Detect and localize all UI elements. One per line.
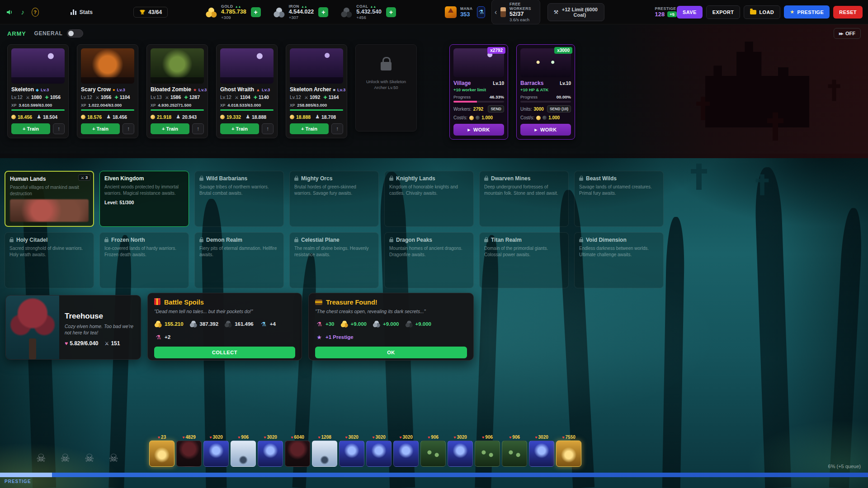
send-units-button[interactable]: SEND (10) bbox=[547, 105, 571, 113]
upgrade-button[interactable]: ↑ bbox=[53, 123, 65, 134]
prestige-display: PRESTIGE 128 +5 bbox=[655, 6, 677, 18]
land-tile[interactable]: Void Dimension Endless darkness between … bbox=[574, 232, 664, 288]
achievements-counter[interactable]: 43/64 bbox=[133, 7, 168, 18]
land-name: Celestial Plane bbox=[301, 237, 340, 243]
land-tile[interactable]: Demon Realm Fiery pits of eternal damnat… bbox=[194, 232, 284, 288]
help-icon[interactable]: ? bbox=[32, 8, 39, 17]
auto-buy-arrows-icon: ▲▲ bbox=[370, 5, 376, 8]
battle-entity[interactable]: ♥ 906 bbox=[475, 434, 500, 467]
fast-forward-icon: ▶▶ bbox=[839, 32, 843, 36]
buy-resource-button[interactable]: + bbox=[251, 7, 261, 17]
land-tile[interactable]: Dwarven Mines Deep underground fortresse… bbox=[479, 171, 569, 227]
general-toggle[interactable] bbox=[67, 29, 83, 38]
train-cost-units: ♟20.943 bbox=[176, 114, 197, 120]
battle-entity[interactable]: ♥ 1208 bbox=[312, 434, 337, 467]
lock-icon bbox=[199, 239, 203, 242]
battle-entity[interactable]: ♥ 3020 bbox=[258, 434, 283, 467]
sound-icon[interactable] bbox=[5, 7, 14, 18]
music-icon[interactable]: ♪ bbox=[19, 7, 27, 18]
unit-rank-icon: ● bbox=[113, 88, 115, 92]
battle-entity[interactable]: ♥ 6040 bbox=[285, 434, 310, 467]
land-name: Demon Realm bbox=[206, 237, 242, 243]
prestige-progress-bar[interactable] bbox=[0, 473, 868, 477]
workers-rate: 3.6/s each bbox=[509, 17, 534, 22]
save-button[interactable]: SAVE bbox=[677, 6, 703, 19]
export-button[interactable]: EXPORT bbox=[706, 5, 741, 19]
battle-entity[interactable]: ♥ 4829 bbox=[176, 434, 202, 467]
land-tile[interactable]: Mighty Orcs Brutal hordes of green-skinn… bbox=[289, 171, 379, 227]
battle-entity[interactable]: ♥ 3020 bbox=[366, 434, 392, 467]
land-tile[interactable]: Dragon Peaks Mountain homes of ancient d… bbox=[384, 232, 474, 288]
mana-display: MANA 353 bbox=[445, 6, 473, 18]
work-button[interactable]: ▶WORK bbox=[453, 124, 504, 136]
resource-value: 4.785.738 bbox=[221, 9, 246, 15]
land-tile-human-lands[interactable]: Human Lands ⚔3 Peaceful villages of mank… bbox=[5, 171, 94, 227]
unit-rank-icon: ★ bbox=[193, 88, 197, 92]
entity-thumbnail bbox=[556, 441, 581, 467]
land-tile[interactable]: Wild Barbarians Savage tribes of norther… bbox=[194, 171, 284, 227]
unit-attack: ⚔1104 bbox=[235, 94, 250, 100]
xp-value: 258.885/63.000 bbox=[297, 103, 327, 108]
battle-entity[interactable]: ♥ 23 bbox=[149, 434, 175, 467]
collect-button[interactable]: COLLECT bbox=[154, 347, 295, 358]
land-tile[interactable]: Frozen North Ice-covered lands of hardy … bbox=[99, 232, 189, 288]
unit-level: Lv.12 bbox=[290, 94, 301, 100]
tab-general[interactable]: GENERAL bbox=[34, 30, 62, 37]
upgrade-button[interactable]: ↑ bbox=[262, 123, 274, 134]
reward-icon bbox=[189, 320, 198, 328]
reward-value: +9.000 bbox=[351, 321, 367, 327]
auto-battle-toggle[interactable]: ▶▶ OFF bbox=[834, 28, 861, 39]
battle-entity[interactable]: ♥ 906 bbox=[502, 434, 527, 467]
entity-hp: ♥ 906 bbox=[428, 434, 439, 441]
buy-resource-button[interactable]: + bbox=[386, 7, 396, 17]
battle-entity[interactable]: ♥ 3020 bbox=[448, 434, 473, 467]
land-tile[interactable]: Titan Realm Domain of the primordial gia… bbox=[479, 232, 569, 288]
entity-hp: ♥ 3020 bbox=[264, 434, 277, 441]
xp-progress-bar bbox=[151, 109, 204, 111]
ok-button[interactable]: OK bbox=[315, 347, 467, 358]
entity-hp: ♥ 3020 bbox=[399, 434, 413, 441]
progress-value: 46.33% bbox=[490, 94, 504, 99]
battle-entity[interactable]: ♥ 3020 bbox=[393, 434, 419, 467]
entity-hp: ♥ 6040 bbox=[291, 434, 304, 441]
target-desc: Cozy elven home. Too bad we're not here … bbox=[65, 323, 135, 336]
battle-entity[interactable]: ♥ 3020 bbox=[203, 434, 229, 467]
heart-icon: ♥ bbox=[428, 435, 430, 440]
battle-entity[interactable]: ♥ 906 bbox=[231, 434, 256, 467]
train-button[interactable]: + Train bbox=[220, 123, 259, 134]
increase-limit-button[interactable]: ⚒ +12 Limit (6000 Coal) bbox=[547, 3, 604, 21]
battle-entity[interactable]: ♥ 906 bbox=[420, 434, 446, 467]
land-tile[interactable]: Holy Citadel Sacred stronghold of divine… bbox=[5, 232, 94, 288]
upgrade-button[interactable]: ↑ bbox=[123, 123, 134, 134]
work-button[interactable]: ▶WORK bbox=[520, 124, 571, 136]
train-button[interactable]: + Train bbox=[290, 123, 329, 134]
reset-button[interactable]: RESET bbox=[833, 6, 863, 19]
buy-resource-button[interactable]: + bbox=[318, 7, 328, 17]
reward-icon bbox=[405, 320, 413, 328]
land-tile[interactable]: Beast Wilds Savage lands of untamed crea… bbox=[574, 171, 664, 227]
land-battle-badge: ⚔3 bbox=[78, 174, 90, 181]
land-tile-elven-kingdom[interactable]: Elven Kingdom Ancient woods protected by… bbox=[99, 171, 189, 227]
heart-icon: ♥ bbox=[562, 435, 564, 440]
entity-thumbnail bbox=[529, 441, 554, 467]
train-button[interactable]: + Train bbox=[151, 123, 189, 134]
land-desc: Deep underground fortresses of mountain … bbox=[484, 184, 564, 196]
battle-entity[interactable]: ♥ 3020 bbox=[529, 434, 554, 467]
resource-name: GOLD bbox=[221, 4, 233, 9]
battle-entity[interactable]: ♥ 7550 bbox=[556, 434, 581, 467]
send-workers-button[interactable]: SEND bbox=[488, 105, 504, 113]
upgrade-button[interactable]: ↑ bbox=[192, 123, 204, 134]
land-tile[interactable]: Knightly Lands Kingdom of honorable knig… bbox=[384, 171, 474, 227]
land-tile[interactable]: Celestial Plane The realm of divine bein… bbox=[289, 232, 379, 288]
battle-entity[interactable]: ♥ 3020 bbox=[339, 434, 364, 467]
potion-slot-icon[interactable]: ⚗ bbox=[477, 6, 485, 18]
upgrade-button[interactable]: ↑ bbox=[331, 123, 343, 134]
prestige-button[interactable]: ★ PRESTIGE bbox=[784, 5, 830, 19]
reward-item: +9.000 bbox=[373, 320, 399, 328]
tab-army[interactable]: ARMY bbox=[7, 30, 26, 37]
train-button[interactable]: + Train bbox=[11, 123, 50, 134]
collapse-workers-button[interactable]: ‹ bbox=[495, 8, 497, 16]
stats-button[interactable]: Stats bbox=[71, 9, 93, 15]
train-button[interactable]: + Train bbox=[81, 123, 120, 134]
load-button[interactable]: LOAD bbox=[744, 5, 780, 19]
